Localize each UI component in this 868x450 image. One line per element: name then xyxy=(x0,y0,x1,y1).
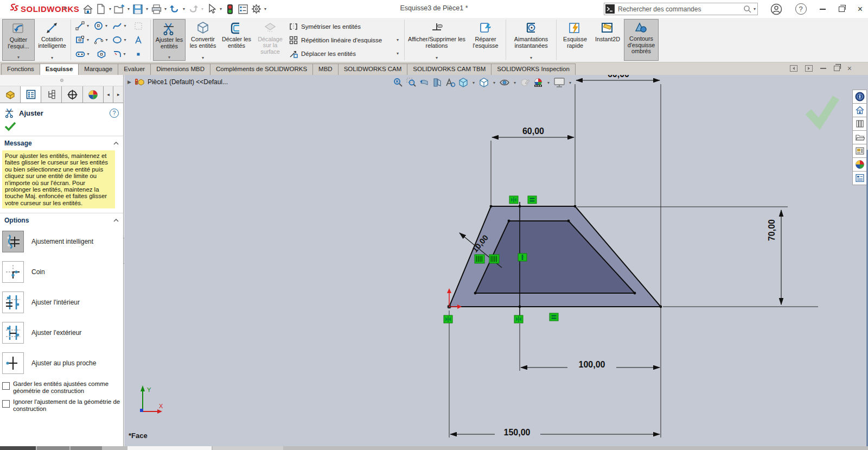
ellipse-tool-icon[interactable] xyxy=(112,36,122,44)
panel-tabs-scroll-right[interactable]: ▸ xyxy=(113,86,123,103)
minimize-icon[interactable] xyxy=(820,9,826,10)
relation-equal-icon[interactable] xyxy=(550,313,558,321)
slot-caret-icon[interactable]: ▾ xyxy=(86,52,91,56)
tab-evaluer[interactable]: Evaluer xyxy=(118,64,151,75)
keep-as-construction-checkbox[interactable] xyxy=(2,382,10,390)
arc-caret-icon[interactable]: ▾ xyxy=(104,37,110,42)
trim-entities-caret-icon[interactable]: ▾ xyxy=(167,54,172,60)
open-icon[interactable] xyxy=(113,3,126,16)
display-relations-caret-icon[interactable]: ▾ xyxy=(434,55,439,61)
ok-check-button[interactable] xyxy=(4,122,16,131)
sketch-canvas[interactable]: 60,00 60,00 100,00 150,00 70,00 10,00 xyxy=(124,75,868,446)
options-collapse-icon[interactable] xyxy=(113,219,119,222)
instant-snaps-caret-icon[interactable]: ▾ xyxy=(528,55,534,61)
display-relations-button[interactable]: Afficher/Supprimer les relations ▾ xyxy=(407,19,467,61)
rectangle-caret-icon[interactable]: ▾ xyxy=(85,37,91,42)
relation-symmetric-icon[interactable] xyxy=(509,196,518,204)
keep-as-construction-row[interactable]: Garder les entités ajustées comme géomét… xyxy=(0,378,123,396)
relation-offset-icon[interactable] xyxy=(475,255,484,263)
relation-symmetric-icon[interactable] xyxy=(444,315,452,323)
relation-vertical-icon[interactable] xyxy=(518,253,527,261)
settings-gear-icon[interactable] xyxy=(250,3,263,16)
restore-icon[interactable] xyxy=(839,7,845,12)
bottom-strip-segment[interactable] xyxy=(213,446,283,450)
command-search[interactable]: ▾ xyxy=(604,3,758,15)
line-caret-icon[interactable]: ▾ xyxy=(85,23,91,28)
ignore-construction-row[interactable]: Ignorer l'ajustement de la géométrie de … xyxy=(0,396,123,414)
fillet-caret-icon[interactable]: ▾ xyxy=(122,52,127,56)
offset-entities-button[interactable]: Décaler les entités xyxy=(220,19,253,61)
rectangle-tool-icon[interactable] xyxy=(75,36,85,44)
print-caret-icon[interactable]: ▾ xyxy=(163,7,168,11)
tab-dimensions-mbd[interactable]: Dimensions MBD xyxy=(150,64,210,75)
bottom-strip-segment[interactable] xyxy=(37,446,69,450)
trim-entities-button[interactable]: Ajuster les entités ▾ xyxy=(153,19,186,61)
help-icon[interactable]: ? xyxy=(795,3,807,15)
circle-tool-icon[interactable] xyxy=(94,21,103,30)
dim-top-offset[interactable]: 60,00 xyxy=(608,75,629,79)
bottom-strip-segment[interactable] xyxy=(71,446,102,450)
message-collapse-icon[interactable] xyxy=(113,142,119,145)
exit-sketch-button[interactable]: Quitter l'esqui... ▾ xyxy=(2,19,35,61)
convert-entities-caret-icon[interactable]: ▾ xyxy=(200,55,206,61)
print-icon[interactable] xyxy=(150,3,163,16)
new-document-icon[interactable] xyxy=(94,3,107,16)
tab-solidworks-cam[interactable]: SOLIDWORKS CAM xyxy=(338,64,408,75)
dimxpertmanager-tab[interactable] xyxy=(62,86,82,103)
smart-trim-option[interactable] xyxy=(2,231,24,252)
doc-minimize-icon[interactable] xyxy=(820,68,826,69)
trim-inside-option[interactable] xyxy=(2,291,24,313)
options-report-icon[interactable] xyxy=(237,3,250,16)
displaymanager-tab[interactable] xyxy=(83,86,104,103)
trim-outside-option[interactable] xyxy=(2,322,24,344)
instant-snaps-button[interactable]: Aimantations instantanées ▾ xyxy=(508,19,554,61)
undo-icon[interactable] xyxy=(168,3,181,16)
tab-esquisse[interactable]: Esquisse xyxy=(40,64,79,75)
ignore-construction-checkbox[interactable] xyxy=(2,400,10,408)
doc-close-icon[interactable]: × xyxy=(847,64,852,73)
spline-tool-icon[interactable] xyxy=(112,22,122,30)
corner-trim-option[interactable] xyxy=(2,261,24,283)
configurationmanager-tab[interactable] xyxy=(41,86,62,103)
move-entities-caret-icon[interactable]: ▾ xyxy=(395,51,400,56)
account-icon[interactable] xyxy=(770,3,782,15)
bottom-tabs-strip[interactable] xyxy=(0,446,868,450)
tab-complements[interactable]: Compléments de SOLIDWORKS xyxy=(210,64,313,75)
propertymanager-tab[interactable] xyxy=(21,86,41,103)
save-caret-icon[interactable]: ▾ xyxy=(144,7,150,11)
tab-marquage[interactable]: Marquage xyxy=(78,64,118,75)
home-icon[interactable] xyxy=(81,3,94,16)
dim-half-width[interactable]: 100,00 xyxy=(579,360,605,369)
spline-caret-icon[interactable]: ▾ xyxy=(123,23,128,28)
select-caret-icon[interactable]: ▾ xyxy=(218,7,224,11)
confirm-ok-corner[interactable] xyxy=(808,98,836,124)
ellipse-caret-icon[interactable]: ▾ xyxy=(123,37,128,42)
open-caret-icon[interactable]: ▾ xyxy=(126,7,131,11)
tab-fonctions[interactable]: Fonctions xyxy=(1,64,40,75)
relation-offset-icon[interactable] xyxy=(489,255,499,263)
trim-closest-option[interactable] xyxy=(2,352,24,374)
close-icon[interactable]: × xyxy=(858,5,863,14)
panel-splitter[interactable] xyxy=(0,75,123,86)
search-caret-icon[interactable]: ▾ xyxy=(752,7,757,11)
save-icon[interactable] xyxy=(131,3,144,16)
doc-restore-icon[interactable] xyxy=(834,66,840,71)
relation-symmetric-icon[interactable] xyxy=(514,315,523,323)
settings-caret-icon[interactable]: ▾ xyxy=(263,7,268,11)
search-input[interactable] xyxy=(617,5,743,14)
convert-entities-button[interactable]: Convertir les entités ▾ xyxy=(187,19,219,61)
repair-sketch-button[interactable]: Réparer l'esquisse xyxy=(468,19,503,61)
linear-pattern-button[interactable]: Répétition linéaire d'esquisse ▾ xyxy=(289,33,400,47)
instant2d-button[interactable]: Instant2D xyxy=(592,19,623,61)
options-section-header[interactable]: Options xyxy=(4,217,29,224)
dim-base-width[interactable]: 150,00 xyxy=(504,428,531,437)
select-icon[interactable] xyxy=(205,3,218,16)
move-entities-button[interactable]: Déplacer les entités ▾ xyxy=(289,47,400,60)
point-tool-icon[interactable] xyxy=(136,52,141,57)
bottom-strip-segment[interactable] xyxy=(127,446,212,450)
exit-sketch-caret-icon[interactable]: ▾ xyxy=(16,54,21,60)
slot-tool-icon[interactable] xyxy=(75,51,85,58)
mirror-entities-button[interactable]: Symétriser les entités xyxy=(289,20,400,33)
tab-solidworks-inspection[interactable]: SOLIDWORKS Inspection xyxy=(491,64,576,75)
featuremanager-tab[interactable] xyxy=(0,86,21,103)
